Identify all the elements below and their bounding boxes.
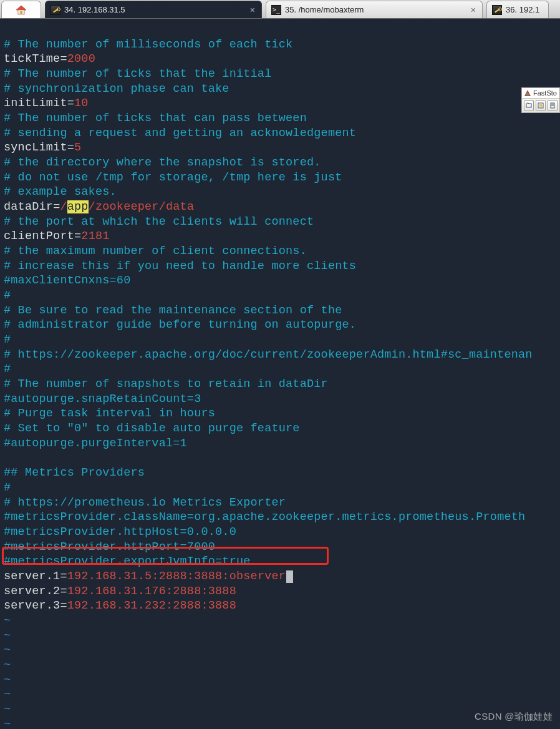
config-comment: #metricsProvider.exportJvmInfo=true xyxy=(4,555,251,568)
config-comment: # https://prometheus.io Metrics Exporter xyxy=(4,496,286,509)
config-key: server.1 xyxy=(4,570,60,583)
svg-rect-4 xyxy=(526,104,531,107)
config-comment: # do not use /tmp for storage, /tmp here… xyxy=(4,171,342,184)
config-comment: #maxClientCnxns=60 xyxy=(4,274,130,287)
vim-empty-line: ~ xyxy=(4,718,11,729)
faststone-icon xyxy=(524,89,531,97)
config-value: 192.168.31.176:2888:3888 xyxy=(67,585,236,598)
tab-session-3[interactable]: 36. 192.1 xyxy=(486,1,549,18)
close-icon[interactable]: × xyxy=(250,5,255,15)
key-icon xyxy=(51,5,60,15)
terminal-viewport[interactable]: # The number of milliseconds of each tic… xyxy=(0,19,560,729)
config-comment: # Be sure to read the maintenance sectio… xyxy=(4,304,342,317)
config-comment: #metricsProvider.httpPort=7000 xyxy=(4,541,215,554)
floating-toolbar[interactable]: FastSto xyxy=(521,87,560,113)
vim-empty-line: ~ xyxy=(4,629,11,642)
config-comment: # increase this if you need to handle mo… xyxy=(4,260,356,273)
vim-empty-line: ~ xyxy=(4,614,11,627)
config-comment: # sending a request and getting an ackno… xyxy=(4,127,356,140)
config-comment: # xyxy=(4,333,11,346)
text-cursor xyxy=(286,570,293,583)
vim-empty-line: ~ xyxy=(4,673,11,687)
config-key: server.2 xyxy=(4,585,60,598)
tab-label: 34. 192.168.31.5 xyxy=(64,5,125,14)
watermark: CSDN @瑜伽娃娃 xyxy=(475,711,553,723)
config-key: server.3 xyxy=(4,599,60,612)
config-key: syncLimit xyxy=(4,141,67,154)
config-comment: #autopurge.snapRetainCount=3 xyxy=(4,393,201,406)
config-value: 2000 xyxy=(67,52,95,66)
config-comment: # xyxy=(4,363,11,376)
floating-toolbar-buttons xyxy=(522,99,559,112)
config-comment: # The number of ticks that can pass betw… xyxy=(4,112,307,125)
toolbar-button-3[interactable] xyxy=(548,100,558,110)
config-comment: # Set to "0" to disable auto purge featu… xyxy=(4,422,300,435)
toolbar-button-1[interactable] xyxy=(524,100,534,110)
tab-bar: 34. 192.168.31.5 × >_ 35. /home/mobaxter… xyxy=(0,0,560,19)
vim-empty-line: ~ xyxy=(4,688,11,701)
vim-empty-line: ~ xyxy=(4,703,11,716)
tab-session-1[interactable]: 34. 192.168.31.5 × xyxy=(45,1,262,18)
tab-label: 36. 192.1 xyxy=(506,5,539,14)
home-tab[interactable] xyxy=(1,1,41,18)
floating-toolbar-title: FastSto xyxy=(522,88,559,99)
config-value: 192.168.31.5:2888:3888:observer xyxy=(67,570,286,583)
key-icon xyxy=(492,5,502,15)
svg-rect-1 xyxy=(21,11,22,14)
config-comment: # xyxy=(4,289,11,302)
config-key: tickTime xyxy=(4,52,60,66)
floating-toolbar-label: FastSto xyxy=(533,89,557,97)
config-comment: # synchronization phase can take xyxy=(4,82,229,95)
config-comment: #metricsProvider.className=org.apache.zo… xyxy=(4,511,525,524)
config-comment: # The number of milliseconds of each tic… xyxy=(4,38,292,51)
config-value: 2181 xyxy=(81,230,109,243)
config-comment: # the maximum number of client connectio… xyxy=(4,245,307,258)
config-key: clientPort xyxy=(4,230,74,243)
config-comment: # Purge task interval in hours xyxy=(4,407,215,420)
config-key: initLimit xyxy=(4,97,67,110)
config-comment: # the directory where the snapshot is st… xyxy=(4,156,321,169)
vim-empty-line: ~ xyxy=(4,658,11,672)
toolbar-button-2[interactable] xyxy=(536,100,546,110)
tab-label: 35. /home/mobaxterm xyxy=(285,5,364,14)
config-value: 192.168.31.232:2888:3888 xyxy=(67,599,236,612)
config-value: 10 xyxy=(74,97,89,110)
config-comment: #metricsProvider.httpHost=0.0.0.0 xyxy=(4,526,236,539)
config-comment: # example sakes. xyxy=(4,185,117,198)
config-comment: #autopurge.purgeInterval=1 xyxy=(4,437,187,450)
config-comment: # xyxy=(4,481,11,494)
config-key: dataDir xyxy=(4,200,53,213)
home-icon xyxy=(15,4,27,16)
config-comment: ## Metrics Providers xyxy=(4,466,145,479)
config-value: 5 xyxy=(74,141,81,154)
config-comment: # The number of snapshots to retain in d… xyxy=(4,378,328,391)
svg-rect-7 xyxy=(539,104,542,107)
config-comment: # https://zookeeper.apache.org/doc/curre… xyxy=(4,348,533,361)
config-comment: # The number of ticks that the initial xyxy=(4,67,271,81)
config-value: /zookeeper/data xyxy=(89,200,195,213)
config-comment: # the port at which the clients will con… xyxy=(4,215,314,228)
terminal-icon: >_ xyxy=(271,5,281,15)
vim-empty-line: ~ xyxy=(4,643,11,657)
close-icon[interactable]: × xyxy=(471,5,476,15)
tab-session-2[interactable]: >_ 35. /home/mobaxterm × xyxy=(266,1,483,18)
search-highlight: app xyxy=(67,200,89,213)
config-comment: # administrator guide before turning on … xyxy=(4,318,356,331)
